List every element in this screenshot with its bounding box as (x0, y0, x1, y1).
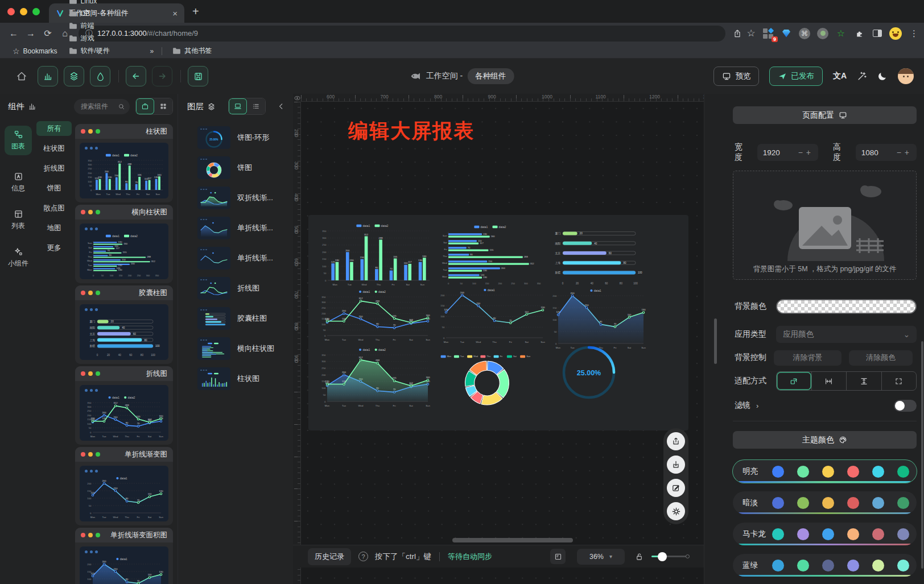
component-box-view-button[interactable] (136, 98, 154, 114)
other-bookmarks[interactable]: 其他书签 (168, 45, 216, 57)
bookmarks-overflow-icon[interactable]: » (150, 47, 154, 55)
theme-color-dot[interactable] (797, 497, 809, 509)
nav-item-widgets[interactable]: 小组件 (5, 243, 32, 272)
minimize-window-button[interactable] (20, 8, 27, 15)
browser-menu-icon[interactable]: ⋮ (910, 28, 918, 39)
canvas-line-chart[interactable]: data1data2050100150200250300350120200150… (316, 288, 433, 342)
theme-color-dot[interactable] (872, 466, 884, 478)
zoom-level-select[interactable]: 36% ▾ (577, 549, 625, 565)
canvas-horizontal-bar-chart[interactable]: data1data2050100150200250300350Sun130160… (437, 223, 548, 285)
dashboard-title-text[interactable]: 编辑大屏报表 (348, 118, 475, 144)
fit-height-button[interactable] (846, 372, 881, 390)
theme-row[interactable]: 蓝绿 (733, 554, 917, 577)
theme-color-dot[interactable] (872, 528, 884, 540)
bg-color-swatch[interactable] (776, 299, 917, 314)
theme-row[interactable]: 明亮 (733, 460, 917, 483)
export-button[interactable] (667, 432, 685, 450)
canvas-capsule-chart[interactable]: 厦门20南阳40北京60上海80新疆100020406080100 (547, 223, 649, 287)
theme-color-dot[interactable] (847, 560, 859, 571)
preview-button[interactable]: 预览 (713, 67, 759, 86)
share-icon[interactable] (731, 27, 744, 40)
nav-item-list[interactable]: 列表 (5, 205, 32, 235)
browser-reload-button[interactable]: ⟳ (40, 26, 56, 42)
canvas-gradient-area-chart[interactable]: data10501001502001202001508070110130MonT… (547, 287, 649, 350)
settings-scrollbar[interactable] (714, 318, 717, 364)
canvas-double-area-chart[interactable]: data1data2050100150200250300350120200150… (316, 346, 433, 408)
category-item[interactable]: 饼图 (36, 181, 72, 196)
theme-color-dot[interactable] (797, 528, 809, 540)
category-item[interactable]: 折线图 (36, 161, 72, 176)
nav-item-charts[interactable]: 图表 (5, 126, 32, 155)
theme-color-dot[interactable] (772, 497, 784, 509)
project-name-badge[interactable]: 各种组件 (467, 68, 514, 84)
dark-mode-moon-icon[interactable] (877, 71, 888, 81)
nav-item-info[interactable]: 信息 (5, 168, 32, 197)
theme-color-dot[interactable] (847, 497, 859, 509)
adblock-extension-icon[interactable]: ☆ (835, 27, 847, 40)
ruler-eye-icon[interactable] (293, 94, 301, 102)
layer-item[interactable]: 横向柱状图 (178, 333, 293, 363)
theme-color-dot[interactable] (897, 466, 909, 478)
extensions-puzzle-icon[interactable] (853, 27, 865, 40)
command-extension-icon[interactable]: ⌘ (798, 27, 811, 40)
fit-width-button[interactable] (811, 372, 847, 390)
bookmark-folder[interactable]: DB (64, 7, 146, 20)
category-item[interactable]: 更多 (36, 241, 72, 255)
clear-color-button[interactable]: 清除颜色 (849, 350, 913, 366)
theme-row[interactable]: 暗淡 (733, 491, 917, 514)
increment-icon[interactable]: + (805, 148, 812, 157)
undo-button[interactable] (126, 66, 146, 86)
theme-color-dot[interactable] (797, 560, 809, 571)
background-upload-dropzone[interactable]: 背景图需小于 5M ，格式为 png/jpg/gif 的文件 (733, 171, 917, 280)
layer-item[interactable]: 单折线渐... (178, 213, 293, 243)
category-item[interactable]: 柱状图 (36, 141, 72, 156)
notes-panel-button[interactable] (550, 549, 566, 564)
canvas-progress-ring-chart[interactable]: 25.00% (560, 344, 617, 401)
increment-icon[interactable]: + (903, 148, 911, 157)
close-window-button[interactable] (7, 8, 15, 15)
save-button[interactable] (188, 66, 208, 86)
recorder-extension-icon[interactable] (816, 27, 829, 40)
home-icon[interactable] (16, 71, 27, 82)
category-item[interactable]: 散点图 (36, 201, 72, 216)
browser-forward-button[interactable]: → (23, 26, 39, 42)
component-card[interactable]: 单折线渐变面积图 data105010015020012020015080701… (75, 528, 173, 584)
theme-row[interactable]: 马卡龙 (733, 523, 917, 545)
height-value[interactable]: 1080 (861, 148, 895, 157)
canvas-pie-chart[interactable]: MonTueWedThuFriSatSun (447, 353, 527, 406)
language-switch-icon[interactable]: 文A (833, 71, 847, 81)
collapse-panel-icon[interactable] (277, 102, 285, 110)
bookmark-folder[interactable]: 软件/硬件 (64, 45, 146, 57)
bookmark-folder[interactable]: Linux (64, 0, 146, 7)
edit-button[interactable] (667, 479, 685, 497)
apply-type-select[interactable]: 应用颜色 ⌄ (776, 326, 917, 343)
settings-gear-button[interactable] (667, 502, 685, 520)
theme-color-dot[interactable] (822, 466, 834, 478)
theme-color-dot[interactable] (897, 497, 909, 509)
canvas-gradient-line-chart[interactable]: data10501001502001202001508070110130MonT… (435, 286, 548, 345)
theme-color-dot[interactable] (772, 528, 784, 540)
layer-item[interactable]: 25.00% 饼图-环形 (178, 122, 293, 152)
category-item[interactable]: 地图 (36, 221, 72, 235)
zoom-slider-knob[interactable] (658, 552, 667, 561)
publish-button[interactable]: 已发布 (769, 67, 823, 86)
url-bar[interactable]: ⓘ 127.0.0.1:3000/#/chart/home/9 (79, 26, 725, 42)
side-panel-icon[interactable] (871, 27, 884, 40)
theme-color-dot[interactable] (872, 497, 884, 509)
fit-scale-button[interactable] (777, 372, 811, 390)
layers-panel-toggle-button[interactable] (64, 66, 84, 86)
theme-color-dot[interactable] (772, 466, 784, 478)
component-card[interactable]: 横向柱状图 data1data2050100150200250300350Sun… (75, 205, 173, 283)
category-item[interactable]: 所有 (36, 121, 72, 136)
chevron-right-icon[interactable]: › (756, 401, 758, 410)
layer-item[interactable]: 双折线渐... (178, 183, 293, 213)
history-button[interactable]: 历史记录 (308, 548, 351, 565)
tab-grid-extension-icon[interactable]: 9 (762, 27, 774, 40)
width-value[interactable]: 1920 (763, 148, 797, 157)
layer-item[interactable]: 柱状图 (178, 363, 293, 394)
new-tab-button[interactable]: + (192, 5, 199, 18)
user-avatar[interactable] (898, 68, 914, 84)
canvas-bar-chart[interactable]: data1data2050100150200250300350120200150… (316, 222, 433, 287)
fullscreen-window-button[interactable] (32, 8, 40, 15)
import-button[interactable] (667, 455, 685, 474)
